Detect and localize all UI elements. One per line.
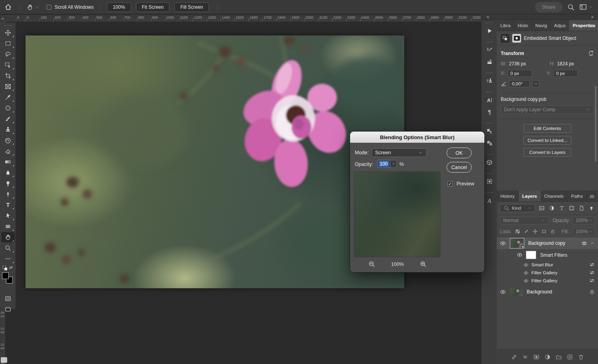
dialog-title[interactable]: Blending Options (Smart Blur) bbox=[350, 132, 484, 143]
smart-filters-row[interactable]: Smart Filters bbox=[497, 249, 598, 261]
smart-filter-item[interactable]: Smart Blur bbox=[497, 261, 598, 269]
zoom-in-icon[interactable] bbox=[420, 261, 427, 268]
type-filter-icon[interactable] bbox=[559, 205, 565, 211]
mask-button[interactable] bbox=[533, 354, 539, 360]
layer-row[interactable]: Background copy bbox=[497, 237, 598, 249]
tab-libra[interactable]: Libra bbox=[497, 20, 514, 31]
angle-input[interactable]: 0,00° bbox=[509, 80, 530, 87]
tab-history[interactable]: History bbox=[497, 191, 519, 201]
quick-mask-button[interactable] bbox=[1, 293, 15, 304]
screen-mode-button[interactable] bbox=[1, 304, 15, 315]
tab-navig[interactable]: Navig bbox=[532, 20, 551, 31]
reset-transform-icon[interactable] bbox=[588, 50, 594, 56]
history-brush-tool[interactable] bbox=[1, 135, 15, 146]
healing-brush-tool[interactable] bbox=[1, 103, 15, 113]
adjustment-button[interactable] bbox=[545, 354, 551, 360]
preview-checkbox[interactable]: ✓ bbox=[447, 181, 453, 187]
smart-filter-item[interactable]: Filter Gallery bbox=[497, 277, 598, 285]
filter-mask-thumbnail[interactable] bbox=[526, 251, 536, 259]
zoom-out-icon[interactable] bbox=[368, 261, 375, 268]
edit-contents-button[interactable]: Edit Contents bbox=[523, 124, 571, 133]
lock-transparency-icon[interactable] bbox=[515, 229, 520, 234]
filter-options-icon[interactable] bbox=[589, 278, 595, 283]
palette-grip[interactable] bbox=[4, 25, 12, 26]
layer-name[interactable]: Background bbox=[527, 289, 552, 295]
zoom-100-button[interactable]: 100% bbox=[107, 2, 131, 12]
blur-tool[interactable] bbox=[1, 167, 15, 178]
crop-tool[interactable] bbox=[1, 71, 15, 81]
tool-preset[interactable] bbox=[24, 4, 42, 10]
lock-artboard-icon[interactable] bbox=[541, 229, 547, 234]
kind-filter-dropdown[interactable]: Kind bbox=[500, 204, 535, 212]
convert-to-layers-button[interactable]: Convert to Layers bbox=[523, 148, 571, 157]
fx-button[interactable]: fx bbox=[522, 354, 528, 360]
smart-filter-item[interactable]: Filter Gallery bbox=[497, 269, 598, 277]
visibility-eye-icon[interactable] bbox=[523, 278, 529, 283]
ellipsis-tool[interactable] bbox=[1, 254, 15, 264]
shape-filter-icon[interactable] bbox=[569, 205, 574, 211]
blend-mode-dropdown[interactable]: Normal bbox=[500, 216, 549, 224]
lock-icon[interactable] bbox=[589, 289, 595, 295]
tab-channels[interactable]: Channels bbox=[541, 191, 568, 201]
collapse-strip-button[interactable]: « bbox=[487, 15, 489, 19]
eyedropper-tool[interactable] bbox=[1, 92, 15, 102]
gradient-tool[interactable] bbox=[1, 157, 15, 167]
collapse-panels-button[interactable]: » bbox=[591, 15, 593, 19]
pixel-layer-filter-icon[interactable] bbox=[539, 205, 545, 211]
brush-tool[interactable] bbox=[1, 114, 15, 124]
path-selection-tool[interactable] bbox=[1, 211, 15, 221]
layer-thumbnail[interactable] bbox=[510, 238, 524, 248]
lock-all-icon[interactable] bbox=[550, 229, 555, 234]
tab-paths[interactable]: Paths bbox=[567, 191, 586, 201]
layer-row[interactable]: Background bbox=[497, 286, 598, 298]
smart-filter-circles-icon[interactable] bbox=[581, 240, 587, 246]
tab-layers[interactable]: Layers bbox=[519, 191, 541, 201]
smart-object-filter-icon[interactable] bbox=[579, 205, 584, 211]
filter-toggle-icon[interactable] bbox=[589, 206, 594, 211]
layer-name[interactable]: Background copy bbox=[528, 240, 565, 246]
zoom-tool[interactable] bbox=[1, 243, 15, 253]
rectangle-tool[interactable] bbox=[1, 221, 15, 232]
properties-scrollbar[interactable] bbox=[595, 86, 596, 161]
tab-histo[interactable]: Histo bbox=[514, 20, 532, 31]
type-tool[interactable]: T bbox=[1, 200, 15, 210]
pen-tool[interactable] bbox=[1, 189, 15, 199]
smart-object-chip[interactable] bbox=[501, 34, 509, 43]
mode-select[interactable]: Screen bbox=[372, 148, 427, 157]
filter-name[interactable]: Smart Blur bbox=[531, 262, 553, 267]
brush-settings-panel-button[interactable] bbox=[482, 44, 497, 56]
ok-button[interactable]: OK bbox=[447, 148, 472, 158]
marquee-tool[interactable] bbox=[1, 38, 15, 49]
mask-chip[interactable] bbox=[512, 34, 521, 43]
character-panel-button[interactable]: A bbox=[482, 94, 497, 106]
foreground-color[interactable] bbox=[2, 272, 9, 279]
filter-name[interactable]: Filter Gallery bbox=[531, 278, 557, 283]
filter-options-icon[interactable] bbox=[589, 262, 595, 268]
home-button[interactable] bbox=[0, 3, 16, 11]
visibility-eye-icon[interactable] bbox=[500, 289, 506, 295]
collapse-icon[interactable] bbox=[590, 241, 595, 246]
delete-button[interactable] bbox=[578, 354, 584, 360]
clone-source-panel-button[interactable] bbox=[482, 75, 497, 87]
lock-paint-icon[interactable] bbox=[524, 229, 529, 234]
fill-screen-button[interactable]: Fill Screen bbox=[174, 2, 209, 12]
document-canvas[interactable] bbox=[26, 35, 404, 288]
group-button[interactable] bbox=[556, 354, 562, 360]
panel-menu-icon[interactable] bbox=[589, 194, 595, 199]
swap-colors-icon[interactable]: ⇄ bbox=[9, 265, 12, 270]
y-input[interactable]: 0 px bbox=[553, 70, 578, 77]
cancel-button[interactable]: Cancel bbox=[447, 162, 472, 173]
filter-name[interactable]: Filter Gallery bbox=[531, 270, 557, 275]
ruler-corner[interactable]: » bbox=[0, 15, 16, 22]
visibility-eye-icon[interactable] bbox=[523, 262, 529, 268]
clone-stamp-tool[interactable] bbox=[1, 124, 15, 135]
visibility-eye-icon[interactable] bbox=[500, 240, 506, 246]
layer-name[interactable]: Smart Filters bbox=[540, 252, 567, 258]
paragraph-panel-button[interactable]: ¶ bbox=[482, 106, 497, 118]
x-input[interactable]: 0 px bbox=[508, 70, 532, 77]
move-tool[interactable] bbox=[1, 28, 15, 38]
frame-tool[interactable] bbox=[1, 81, 15, 92]
new-layer-button[interactable] bbox=[567, 354, 573, 360]
search-button[interactable] bbox=[563, 4, 579, 11]
filter-options-icon[interactable] bbox=[589, 270, 595, 275]
